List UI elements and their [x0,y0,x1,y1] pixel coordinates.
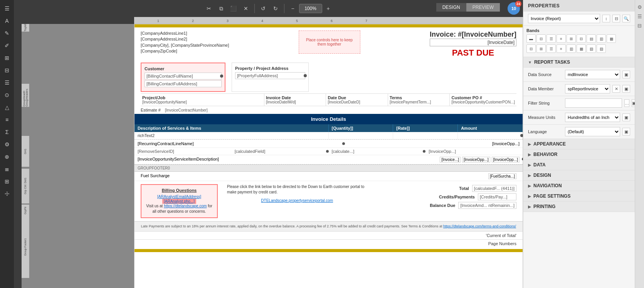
band-btn-9[interactable]: ▦ [607,34,616,43]
page-total-label: 'Current of Total' [486,233,516,238]
credits-label: Credits/Payments [439,195,475,199]
search-btn[interactable]: 🔍 [622,15,630,22]
portal-link[interactable]: DTELandscape.propertyserviceportal.com [261,198,333,203]
zoom-out-button[interactable]: − [288,3,298,14]
far-right-icon-2[interactable]: ☰ [636,12,644,20]
page-numbers-label: Page Numbers [488,241,516,246]
invoice-detail-columns: Description of Services & Items [Quantit… [135,124,523,132]
fuel-surcharge-label: Fuel Surcharge [141,173,170,179]
language-select[interactable]: (Default) [565,127,620,136]
band-label-gf: GrpFtr [24,207,27,214]
job-col-terms: Terms [InvoicePaymentTerm...] [388,94,450,106]
page-settings-section[interactable]: ▶ PAGE SETTINGS [523,191,635,202]
billing-website-link[interactable]: https://dtelandscape.com [164,204,207,208]
undo-button[interactable]: ↺ [258,3,269,14]
sidebar-icon-plus[interactable]: ☩ [2,188,12,199]
report-select[interactable]: Invoice (Report) [528,14,600,23]
far-right-gear-icon[interactable]: ⚙ [636,3,644,11]
band-btn-16[interactable]: ▧ [587,44,596,53]
design-button[interactable]: DESIGN [436,3,466,12]
preview-button[interactable]: PREVIEW [466,3,500,12]
total-value: [calculatedF... (4411)] [472,185,516,192]
sidebar-icon-lines[interactable]: ≡ [2,114,12,125]
language-btn[interactable]: ▣ [622,128,630,136]
amount-handle [520,134,523,137]
band-btn-8[interactable]: ▥ [597,34,606,43]
sidebar-icon-shape[interactable]: △ [2,102,12,113]
sidebar-icon-grid[interactable]: ≣ [2,164,12,174]
sidebar-icon-image[interactable]: ⊙ [2,90,12,100]
balance-row: Balance Due [InvoiceAmd... ntRemainin...… [377,201,517,210]
data-source-btn[interactable]: ▣ [622,71,630,78]
filter-string-confirm-btn[interactable]: ▣ [632,99,635,107]
sidebar-icon-draw[interactable]: ✐ [2,40,12,51]
design-preview-toggle: DESIGN PREVIEW [436,3,500,12]
zoom-in-button[interactable]: + [323,3,334,14]
redo-button[interactable]: ↻ [270,3,281,14]
recurring-right: [InvoiceOpp...] [492,141,520,146]
sidebar-icon-menu[interactable]: ☰ [2,3,12,14]
footer-link[interactable]: https://dtelandscape.com/terms-and-condi… [443,224,516,228]
band-btn-10[interactable]: ⊟ [526,44,536,53]
project-handle [522,158,523,161]
data-member-select[interactable]: spReportInvoice [565,84,610,93]
navigation-section[interactable]: ▶ NAVIGATION [523,181,635,191]
report-tasks-section[interactable]: ▼ REPORT TASKS [523,57,635,68]
measure-units-select[interactable]: Hundredths of an Inch [565,113,620,122]
place-controls-text: Place controls here to keep them togethe… [304,38,355,46]
behavior-section[interactable]: ▶ BEHAVIOR [523,149,635,160]
paste-button[interactable]: ⬛ [228,3,239,14]
appearance-label: APPEARANCE [533,141,566,147]
filter-string-input[interactable] [565,98,622,108]
band-btn-1[interactable]: ▬ [526,34,536,43]
sidebar-icon-table[interactable]: ⊞ [2,53,12,63]
cut-button[interactable]: ✂ [203,3,214,14]
data-section[interactable]: ▶ DATA [523,160,635,170]
sidebar-icon-edit[interactable]: ✎ [2,28,12,39]
project-job-header: Project/Job [142,95,262,100]
canvas-area[interactable]: 1 2 3 4 5 6 7 TopM GroupHead0: GroupHead… [14,17,523,288]
appearance-section[interactable]: ▶ APPEARANCE [523,139,635,149]
filter-string-label: Filter String [528,101,563,105]
band-btn-6[interactable]: ⊟ [577,34,586,43]
sidebar-icon-chart[interactable]: ⊟ [2,65,12,76]
band-btn-12[interactable]: ☰ [546,44,556,53]
band-btn-5[interactable]: ⊞ [567,34,576,43]
band-btn-13[interactable]: ≡ [557,44,566,53]
sidebar-icon-list[interactable]: ☰ [2,77,12,88]
close-button[interactable]: ✕ [240,3,251,14]
data-member-btn[interactable]: ▣ [622,85,630,93]
grid-btn[interactable]: ⊟ [612,15,620,22]
band-btn-3[interactable]: ☰ [546,34,556,43]
band-btn-15[interactable]: ▦ [577,44,586,53]
desc-col-header: Description of Services & Items [135,124,329,132]
sidebar-icon-formula[interactable]: Σ [2,127,12,137]
printing-section[interactable]: ▶ PRINTING [523,202,635,212]
job-col-customer-po: Customer PO # [InvoiceOpportunitiyCustom… [450,94,516,106]
design-section[interactable]: ▶ DESIGN [523,170,635,181]
data-member-clear-btn[interactable]: ✕ [612,85,620,93]
navigation-arrow: ▶ [528,184,531,188]
invoice-date-field: [InvoiceDate] [430,39,516,46]
band-btn-4[interactable]: ≡ [557,34,566,43]
far-right-icon-3[interactable]: ⊟ [636,22,644,29]
filter-string-btn[interactable]: … [624,99,629,107]
sidebar-icon-text[interactable]: A [2,15,12,26]
band-label-detail: Grp Ctrl: Det1 [24,178,27,194]
zoom-input[interactable] [299,4,322,13]
user-avatar[interactable]: 10 24 [508,2,520,15]
property-box: Property / Project Address [PropertyFull… [232,63,309,92]
sort-btn[interactable]: ↕ [602,15,610,22]
band-btn-14[interactable]: ▥ [567,44,576,53]
band-btn-7[interactable]: ▤ [587,34,596,43]
sidebar-icon-add[interactable]: ⊕ [2,151,12,162]
band-btn-2[interactable]: ⊟ [536,34,546,43]
sidebar-icon-settings[interactable]: ⚙ [2,139,12,150]
sidebar-icon-data[interactable]: ⊞ [2,176,12,187]
copy-button[interactable]: ⧉ [216,3,227,14]
group-footer-0: GROUPFOOTER0 [135,164,523,172]
band-btn-17[interactable]: ▨ [597,44,606,53]
measure-units-btn[interactable]: ▣ [622,114,630,121]
band-btn-11[interactable]: ⊞ [536,44,546,53]
data-source-select[interactable]: mdlInvoice [565,70,620,79]
